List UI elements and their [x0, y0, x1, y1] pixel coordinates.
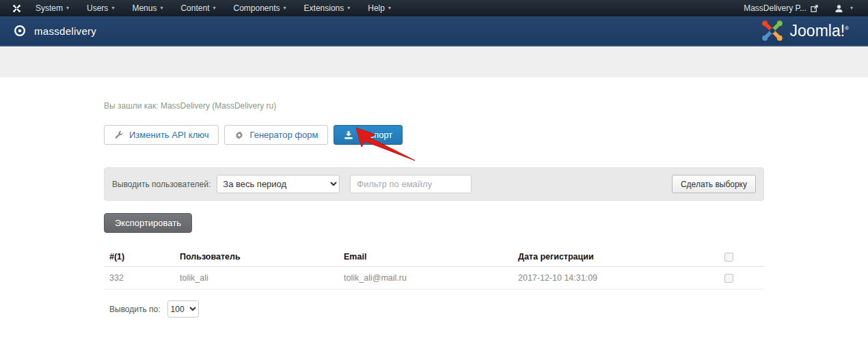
- chevron-down-icon: ▾: [213, 5, 215, 11]
- export-button[interactable]: Экспорт: [334, 125, 403, 145]
- menu-item-label: System: [36, 3, 63, 13]
- chevron-down-icon: ▾: [388, 5, 391, 11]
- chevron-down-icon: ▾: [66, 5, 69, 11]
- menu-item-content[interactable]: Content▾: [172, 0, 224, 16]
- form-generator-button[interactable]: Генератор форм: [224, 125, 328, 145]
- chevron-down-icon: ▾: [850, 5, 853, 11]
- menu-item-menus[interactable]: Menus▾: [123, 0, 172, 16]
- menu-item-label: Users: [87, 3, 108, 13]
- chevron-down-icon: ▾: [284, 5, 286, 11]
- wrench-icon: [114, 130, 124, 140]
- download-icon: [344, 130, 353, 140]
- user-icon: [835, 4, 843, 13]
- site-preview-label: MassDelivery P...: [744, 3, 806, 13]
- joomla-wordmark: Joomla!®: [790, 22, 849, 40]
- cell-email: tolik_ali@mail.ru: [338, 273, 513, 283]
- table-body: 332tolik_alitolik_ali@mail.ru2017-12-10 …: [104, 267, 764, 290]
- filter-label: Выводить пользователей:: [112, 180, 211, 189]
- cell-date: 2017-12-10 14:31:09: [513, 273, 719, 283]
- gear-icon: [234, 130, 244, 140]
- per-page-label: Выводить по:: [109, 305, 161, 314]
- chevron-down-icon: ▾: [111, 5, 114, 11]
- page-title: massdelivery: [34, 25, 96, 37]
- email-filter-input[interactable]: [350, 175, 472, 193]
- cell-user: tolik_ali: [174, 273, 338, 283]
- column-header: #(1): [104, 252, 174, 262]
- export-label: Экспорт: [359, 130, 392, 140]
- users-table: #(1)ПользовательEmailДата регистрации 33…: [104, 249, 764, 290]
- user-menu[interactable]: ▾: [828, 4, 860, 13]
- column-header: Пользователь: [174, 252, 338, 262]
- external-link-icon: [811, 5, 818, 12]
- admin-top-bar: System▾Users▾Menus▾Content▾Components▾Ex…: [0, 0, 868, 16]
- main-content: Вы зашли как: MassDelivery (MassDelivery…: [104, 77, 764, 318]
- menu-item-label: Help: [368, 3, 385, 13]
- column-header: Email: [338, 252, 513, 262]
- chevron-down-icon: ▾: [160, 5, 163, 11]
- menu-item-label: Components: [233, 3, 280, 13]
- menu-item-label: Content: [180, 3, 209, 13]
- row-checkbox[interactable]: [724, 274, 733, 283]
- form-generator-label: Генератор форм: [249, 130, 318, 140]
- action-buttons-row: Изменить API ключ Генератор форм Экспорт: [104, 125, 764, 145]
- per-page-select[interactable]: 100: [167, 300, 199, 318]
- topbar-right: MassDelivery P... ▾: [738, 3, 860, 13]
- joomla-favicon-icon[interactable]: [12, 4, 21, 13]
- per-page-control: Выводить по: 100: [104, 300, 764, 318]
- menu-item-components[interactable]: Components▾: [224, 0, 295, 16]
- menu-item-extensions[interactable]: Extensions▾: [295, 0, 360, 16]
- change-api-key-label: Изменить API ключ: [129, 130, 208, 140]
- filter-bar: Выводить пользователей: За весь период С…: [104, 167, 764, 201]
- joomla-logo: Joomla!®: [760, 18, 849, 43]
- topbar-menu: System▾Users▾Menus▾Content▾Components▾Ex…: [27, 0, 400, 16]
- period-select[interactable]: За весь период: [217, 175, 340, 193]
- change-api-key-button[interactable]: Изменить API ключ: [104, 125, 219, 145]
- menu-item-users[interactable]: Users▾: [78, 0, 123, 16]
- make-selection-button[interactable]: Сделать выборку: [672, 175, 756, 193]
- bullseye-icon: [14, 25, 26, 37]
- table-header-row: #(1)ПользовательEmailДата регистрации: [104, 249, 764, 267]
- menu-item-label: Menus: [132, 3, 157, 13]
- export-action-button[interactable]: Экспортировать: [104, 213, 192, 233]
- column-header: Дата регистрации: [513, 252, 719, 262]
- joomla-x-icon: [760, 18, 785, 43]
- subhead-strip: [0, 46, 868, 77]
- menu-item-help[interactable]: Help▾: [359, 0, 400, 16]
- table-row: 332tolik_alitolik_ali@mail.ru2017-12-10 …: [104, 267, 764, 290]
- component-title-bar: massdelivery Joomla!®: [0, 16, 868, 46]
- site-preview-link[interactable]: MassDelivery P...: [738, 3, 824, 13]
- menu-item-label: Extensions: [304, 3, 344, 13]
- select-all-checkbox[interactable]: [724, 253, 733, 262]
- cell-id: 332: [104, 273, 174, 283]
- logged-in-as-text: Вы зашли как: MassDelivery (MassDelivery…: [104, 77, 764, 111]
- chevron-down-icon: ▾: [347, 5, 350, 11]
- menu-item-system[interactable]: System▾: [27, 0, 78, 16]
